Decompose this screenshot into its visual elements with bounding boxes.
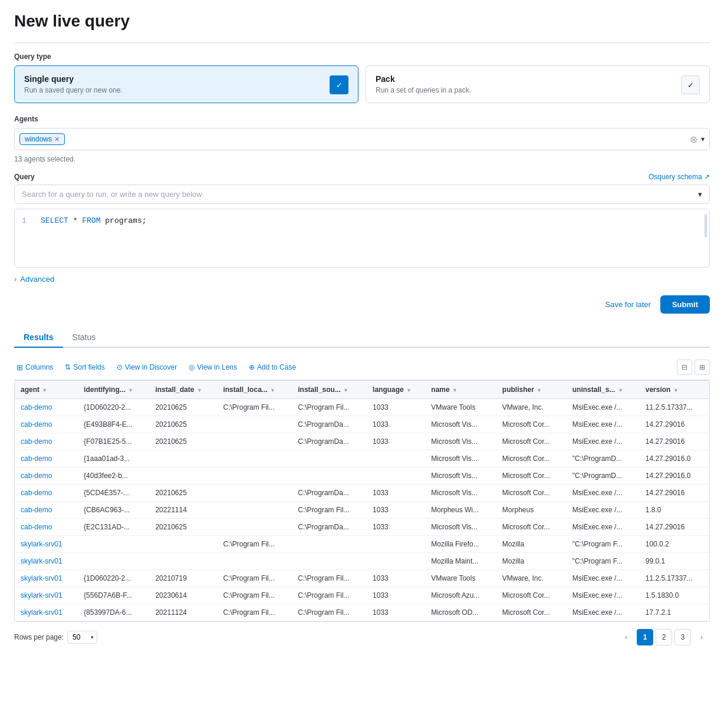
table-row: cab-demo{CB6AC963-...20221114C:\Program … xyxy=(15,502,709,519)
cell-identifying: {1D060220-2... xyxy=(78,399,149,416)
query-type-pack[interactable]: Pack Run a set of queries in a pack. ✓ xyxy=(366,65,710,103)
cell-name: Microsoft Vis... xyxy=(425,433,496,450)
advanced-toggle[interactable]: › Advanced xyxy=(14,275,710,284)
cell-name: VMware Tools xyxy=(425,399,496,416)
agent-link[interactable]: skylark-srv01 xyxy=(21,591,62,599)
tag-close-icon[interactable]: ✕ xyxy=(54,136,60,143)
rows-per-page-select[interactable]: 50 100 200 xyxy=(67,631,97,644)
cell-version: 14.27.29016 xyxy=(640,485,709,502)
agents-count: 13 agents selected. xyxy=(14,155,710,163)
col-name[interactable]: name ▾ xyxy=(425,381,496,399)
cell-install_date: 20210625 xyxy=(149,519,217,536)
table-header: agent ▾ identifying... ▾ install_date ▾ … xyxy=(15,381,709,399)
query-type-single[interactable]: Single query Run a saved query or new on… xyxy=(14,65,358,103)
col-install-sou[interactable]: install_sou... ▾ xyxy=(292,381,367,399)
agents-chevron-icon[interactable]: ▾ xyxy=(701,135,705,143)
cell-install_loca xyxy=(217,450,292,467)
cell-publisher: Microsoft Cor... xyxy=(496,433,567,450)
editor-scrollbar[interactable] xyxy=(705,214,707,238)
save-for-later-button[interactable]: Save for later xyxy=(605,300,651,309)
agent-link[interactable]: cab-demo xyxy=(21,523,52,531)
agent-link[interactable]: skylark-srv01 xyxy=(21,557,62,565)
cell-name: Morpheus Wi... xyxy=(425,502,496,519)
cell-agent: cab-demo xyxy=(15,467,78,485)
table-row: cab-demo{E2C131AD-...20210625C:\ProgramD… xyxy=(15,519,709,536)
col-agent[interactable]: agent ▾ xyxy=(15,381,78,399)
query-search-box[interactable]: Search for a query to run, or write a ne… xyxy=(14,185,710,204)
agent-link[interactable]: cab-demo xyxy=(21,454,52,463)
single-query-title: Single query xyxy=(24,74,123,84)
columns-button[interactable]: ⊞ Columns xyxy=(14,362,55,373)
tab-results[interactable]: Results xyxy=(14,328,63,348)
sort-icon: ⇅ xyxy=(65,363,71,371)
rows-per-page: Rows per page: 50 100 200 xyxy=(14,631,97,644)
lens-icon: ◎ xyxy=(189,363,195,371)
cell-install_date: 20211124 xyxy=(149,604,217,621)
cell-identifying xyxy=(78,536,149,553)
agent-link[interactable]: cab-demo xyxy=(21,506,52,514)
table-row: cab-demo{1aaa01ad-3...Microsoft Vis...Mi… xyxy=(15,450,709,467)
page-2-button[interactable]: 2 xyxy=(656,629,672,645)
cell-uninstall_s: "C:\Program F... xyxy=(567,536,640,553)
agent-link[interactable]: cab-demo xyxy=(21,472,52,480)
clear-agents-icon[interactable]: ⊗ xyxy=(690,134,697,145)
cell-language: 1033 xyxy=(367,433,425,450)
col-identifying[interactable]: identifying... ▾ xyxy=(78,381,149,399)
cell-agent: cab-demo xyxy=(15,450,78,467)
prev-page-button[interactable]: ‹ xyxy=(618,629,634,645)
grid-view-button[interactable]: ⊞ xyxy=(695,360,710,375)
query-header: Query Osquery schema ↗ xyxy=(14,173,710,181)
view-in-discover-button[interactable]: ⊙ View in Discover xyxy=(114,362,179,373)
cell-publisher: VMware, Inc. xyxy=(496,399,567,416)
cell-install_sou: C:\ProgramDa... xyxy=(292,433,367,450)
next-page-button[interactable]: › xyxy=(693,629,710,645)
advanced-label: Advanced xyxy=(20,275,54,284)
sort-fields-button[interactable]: ⇅ Sort fields xyxy=(62,362,107,373)
query-type-label: Query type xyxy=(14,52,710,61)
cell-language xyxy=(367,450,425,467)
agents-input-row[interactable]: windows ✕ ⊗ ▾ xyxy=(14,128,710,150)
page-1-button[interactable]: 1 xyxy=(637,629,653,645)
col-install-loca[interactable]: install_loca... ▾ xyxy=(217,381,292,399)
cell-language xyxy=(367,553,425,570)
cell-agent: skylark-srv01 xyxy=(15,570,78,587)
agent-link[interactable]: skylark-srv01 xyxy=(21,540,62,548)
view-in-lens-button[interactable]: ◎ View in Lens xyxy=(186,362,239,373)
submit-button[interactable]: Submit xyxy=(660,295,710,314)
col-language[interactable]: language ▾ xyxy=(367,381,425,399)
cell-version: 11.2.5.17337... xyxy=(640,399,709,416)
cell-install_date xyxy=(149,467,217,485)
agent-link[interactable]: skylark-srv01 xyxy=(21,608,62,617)
col-uninstall-s[interactable]: uninstall_s... ▾ xyxy=(567,381,640,399)
agent-link[interactable]: cab-demo xyxy=(21,420,52,429)
cell-name: VMware Tools xyxy=(425,570,496,587)
table-row: skylark-srv01Mozilla Maint...Mozilla"C:\… xyxy=(15,553,709,570)
cell-install_loca: C:\Program Fil... xyxy=(217,587,292,604)
agent-link[interactable]: skylark-srv01 xyxy=(21,574,62,582)
agent-link[interactable]: cab-demo xyxy=(21,437,52,446)
table-row: cab-demo{E493B8F4-E...20210625C:\Program… xyxy=(15,416,709,433)
page-3-button[interactable]: 3 xyxy=(674,629,691,645)
code-editor[interactable]: 1 SELECT * FROM programs; xyxy=(14,209,710,268)
cell-agent: skylark-srv01 xyxy=(15,587,78,604)
add-to-case-button[interactable]: ⊕ Add to Case xyxy=(246,362,298,373)
agent-link[interactable]: cab-demo xyxy=(21,403,52,411)
tab-status[interactable]: Status xyxy=(63,328,106,348)
cell-version: 17.7.2.1 xyxy=(640,604,709,621)
cell-install_sou: C:\Program Fil... xyxy=(292,399,367,416)
col-version[interactable]: version ▾ xyxy=(640,381,709,399)
cell-install_loca xyxy=(217,519,292,536)
col-publisher[interactable]: publisher ▾ xyxy=(496,381,567,399)
cell-uninstall_s: "C:\ProgramD... xyxy=(567,450,640,467)
table-view-button[interactable]: ⊟ xyxy=(677,360,692,375)
cell-uninstall_s: MsiExec.exe /... xyxy=(567,416,640,433)
cell-identifying: {F07B1E25-5... xyxy=(78,433,149,450)
windows-tag[interactable]: windows ✕ xyxy=(19,133,65,145)
cell-install_sou: C:\Program Fil... xyxy=(292,604,367,621)
divider xyxy=(14,42,710,43)
osquery-schema-link[interactable]: Osquery schema ↗ xyxy=(649,173,710,181)
agent-link[interactable]: cab-demo xyxy=(21,489,52,497)
query-dropdown-icon: ▾ xyxy=(698,190,702,199)
results-tabs: Results Status xyxy=(14,328,710,348)
col-install-date[interactable]: install_date ▾ xyxy=(149,381,217,399)
